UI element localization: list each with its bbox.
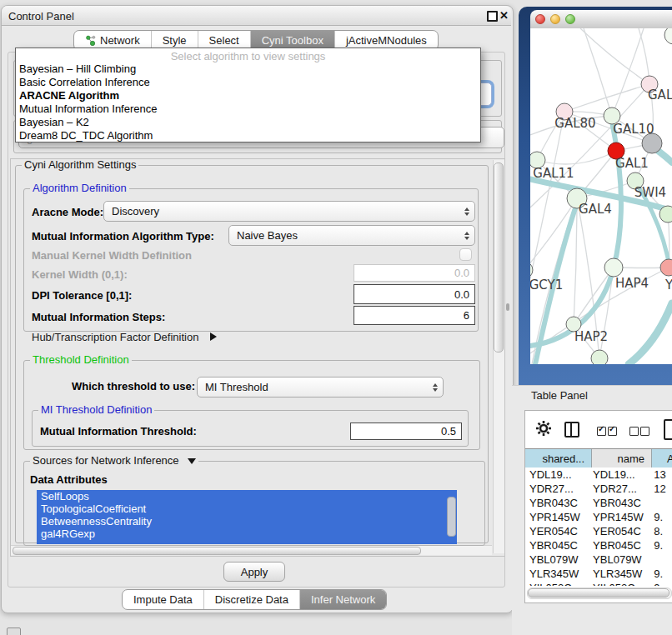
table-row[interactable]: YER054CYER054C8. — [525, 524, 672, 538]
close-icon[interactable]: ✕ — [499, 9, 509, 22]
attribute-item-selected[interactable]: TopologicalCoefficient — [37, 502, 457, 515]
table-row[interactable]: YLR345WYLR345W9. — [525, 567, 672, 581]
attributes-scrollbar-thumb[interactable] — [447, 497, 456, 537]
unchecked-checkbox-icon[interactable] — [640, 427, 649, 436]
dropdown-item[interactable]: Bayesian – K2 — [16, 116, 480, 129]
dropdown-item[interactable]: Mutual Information Inference — [16, 102, 480, 116]
table-cell: YER054C — [525, 525, 591, 538]
checked-checkbox-icon[interactable]: ✓ — [597, 427, 606, 436]
sources-group-toggle[interactable]: Sources for Network Inference — [30, 455, 198, 467]
tab-infer-network[interactable]: Infer Network — [299, 590, 386, 609]
table-cell: YBR045C — [525, 539, 591, 552]
page-icon[interactable] — [664, 419, 672, 440]
table-row[interactable]: YBL079WYBL079W — [525, 552, 672, 567]
mi-steps-field[interactable]: 6 — [354, 306, 475, 325]
network-edge-highlighted[interactable] — [657, 150, 672, 162]
gear-icon[interactable] — [535, 420, 552, 437]
float-window-icon[interactable] — [487, 11, 498, 22]
manual-kernel-label: Manual Kernel Width Definition — [32, 249, 192, 262]
data-attributes-list[interactable]: SelfLoopsTopologicalCoefficientBetweenne… — [37, 490, 457, 544]
hub-definition-label: Hub/Transcription Factor Definition — [32, 331, 198, 343]
attribute-item-selected[interactable]: gal4RGexp — [37, 528, 457, 540]
kernel-width-field[interactable]: 0.0 — [354, 264, 475, 282]
unchecked-checkbox-icon[interactable] — [629, 427, 639, 436]
network-node-hap4[interactable] — [604, 258, 623, 277]
zoom-traffic-light[interactable] — [565, 14, 575, 24]
mi-threshold-group-title: MI Threshold Definition — [38, 404, 154, 416]
close-traffic-light[interactable] — [535, 14, 545, 24]
manual-kernel-checkbox[interactable] — [459, 248, 472, 261]
minimized-panel-icon[interactable] — [7, 628, 21, 635]
panel-divider-handle[interactable] — [506, 303, 509, 311]
network-canvas[interactable]: GALGAL80GAL10GAL1GAL11SWI4GAL4GCY1HAP4YH… — [530, 28, 672, 364]
table-horizontal-scrollbar-thumb[interactable] — [528, 588, 669, 598]
network-edge[interactable] — [612, 28, 644, 116]
table-cell: YIL052C — [525, 582, 591, 586]
table-row[interactable]: YDL19...YDL19...13 — [525, 468, 672, 482]
network-node[interactable] — [664, 28, 672, 44]
table-rows: YDL19...YDL19...13YDR27...YDR27...12YBR0… — [525, 468, 672, 586]
table-row[interactable]: YIL052CYIL052C9. — [525, 581, 672, 586]
network-node[interactable] — [591, 350, 608, 364]
mi-threshold-field[interactable]: 0.5 — [350, 422, 462, 440]
table-cell: 12 — [650, 482, 672, 495]
tab-impute-data[interactable]: Impute Data — [123, 590, 203, 609]
vertical-scrollbar-thumb[interactable] — [494, 162, 504, 352]
dropdown-item[interactable]: ARACNE Algorithm — [16, 89, 480, 102]
table-cell: 9. — [650, 539, 672, 552]
table-panel-title: Table Panel — [531, 389, 588, 402]
combo-arrows-icon — [428, 378, 443, 397]
table-column-header[interactable]: A — [652, 449, 672, 468]
columns-icon[interactable] — [564, 422, 579, 438]
kernel-width-label: Kernel Width (0,1): — [32, 268, 128, 281]
table-row[interactable]: YBR043CYBR043C — [525, 496, 672, 510]
combo-arrows-icon — [459, 226, 474, 245]
table-cell: YDL19... — [525, 468, 591, 481]
network-node[interactable] — [659, 206, 672, 222]
horizontal-scrollbar-thumb[interactable] — [13, 547, 421, 555]
which-threshold-label: Which threshold to use: — [72, 380, 195, 392]
table-row[interactable]: YDR27...YDR27...12 — [525, 482, 672, 496]
aracne-mode-combo[interactable]: Discovery — [103, 201, 475, 222]
hub-definition-toggle[interactable]: Hub/Transcription Factor Definition — [32, 331, 217, 343]
control-panel-titlebar — [2, 6, 511, 26]
network-node-label: GAL80 — [554, 116, 595, 131]
network-node-label: GAL1 — [615, 156, 649, 171]
checked-checkbox-icon[interactable]: ✓ — [608, 427, 617, 436]
table-cell: YBR045C — [591, 539, 650, 552]
table-row[interactable]: YBR045CYBR045C9. — [525, 538, 672, 552]
sources-group-title: Sources for Network Inference — [33, 454, 179, 467]
network-node-label: Y — [664, 278, 672, 292]
dropdown-item[interactable]: Dream8 DC_TDC Algorithm — [16, 129, 480, 142]
attribute-item-selected[interactable]: BetweennessCentrality — [37, 515, 457, 528]
which-threshold-combo[interactable]: MI Threshold — [197, 377, 444, 398]
network-edge[interactable] — [574, 268, 614, 324]
minimize-traffic-light[interactable] — [550, 14, 560, 24]
attribute-item-selected[interactable]: SelfLoops — [37, 490, 457, 502]
dropdown-item[interactable]: Bayesian – Hill Climbing — [16, 62, 480, 76]
mi-type-combo[interactable]: Naive Bayes — [228, 225, 475, 246]
tab-discretize-data[interactable]: Discretize Data — [203, 590, 299, 609]
network-node-label: GAL11 — [533, 166, 574, 181]
table-column-header[interactable]: shared... — [525, 449, 592, 468]
network-node-gcy1[interactable] — [530, 262, 533, 278]
table-cell: 13 — [650, 468, 672, 481]
table-cell: YLR345W — [591, 568, 650, 580]
table-column-header[interactable]: name — [592, 449, 652, 468]
tab-label: Cyni Toolbox — [262, 34, 323, 47]
dropdown-item[interactable]: Basic Correlation Inference — [16, 76, 480, 89]
tab-label: jActiveMNodules — [346, 34, 427, 47]
network-edge[interactable] — [580, 28, 649, 84]
network-node-y[interactable] — [660, 259, 672, 276]
network-edge[interactable] — [530, 198, 577, 270]
network-icon — [85, 35, 96, 46]
dpi-tolerance-field[interactable]: 0.0 — [354, 284, 475, 304]
network-edge[interactable] — [584, 28, 612, 116]
bottom-tabbar: Impute DataDiscretize DataInfer Network — [122, 589, 387, 610]
mi-steps-label: Mutual Information Steps: — [32, 311, 165, 323]
aracne-mode-label: Aracne Mode: — [32, 206, 103, 218]
network-node-label: HAP2 — [574, 329, 608, 344]
table-row[interactable]: YPR145WYPR145W9. — [525, 510, 672, 524]
network-edge-highlighted[interactable] — [629, 303, 672, 364]
apply-button[interactable]: Apply — [223, 562, 285, 582]
